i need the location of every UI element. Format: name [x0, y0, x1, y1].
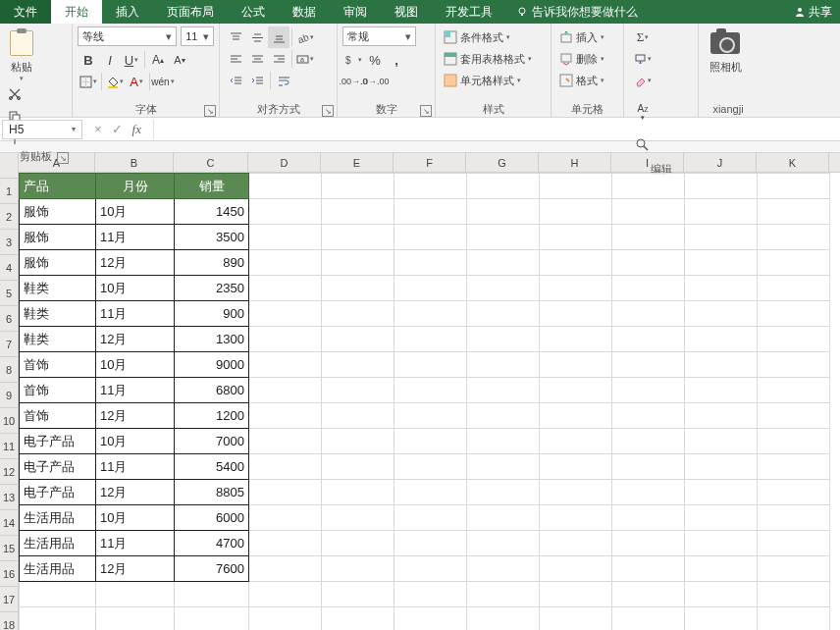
- cell[interactable]: [322, 225, 394, 250]
- cell-sales[interactable]: 6800: [175, 378, 249, 403]
- cell[interactable]: [612, 531, 685, 556]
- cell-product[interactable]: 电子产品: [20, 429, 96, 454]
- row-header-9[interactable]: 9: [0, 383, 18, 408]
- cell-month[interactable]: 10月: [96, 505, 175, 531]
- cell-sales[interactable]: 5400: [175, 454, 249, 480]
- row-header-18[interactable]: 18: [0, 612, 18, 630]
- format-cells-button[interactable]: 格式▾: [556, 70, 618, 91]
- cell[interactable]: [322, 403, 394, 429]
- cell-sales[interactable]: 900: [175, 301, 249, 327]
- cell[interactable]: [685, 403, 758, 429]
- increase-indent-button[interactable]: [246, 70, 268, 91]
- cell[interactable]: [685, 276, 758, 301]
- cell-styles-button[interactable]: 单元格样式▾: [441, 70, 546, 91]
- cell[interactable]: [685, 556, 758, 582]
- cell[interactable]: [249, 403, 322, 429]
- fx-icon[interactable]: fx: [132, 122, 141, 137]
- cell[interactable]: [175, 582, 249, 607]
- row-header-10[interactable]: 10: [0, 408, 18, 434]
- cell[interactable]: [758, 505, 830, 531]
- tell-me-search[interactable]: 告诉我你想要做什么: [516, 4, 638, 21]
- cell[interactable]: [540, 556, 612, 582]
- cell-product[interactable]: 电子产品: [20, 480, 96, 505]
- autosum-button[interactable]: Σ: [629, 26, 656, 48]
- font-dialog-launcher[interactable]: ↘: [204, 105, 216, 117]
- cell-month[interactable]: 11月: [96, 225, 175, 250]
- column-header-F[interactable]: F: [394, 153, 466, 173]
- cell[interactable]: [685, 225, 758, 250]
- conditional-formatting-button[interactable]: 条件格式▾: [441, 26, 546, 48]
- cell[interactable]: [685, 505, 758, 531]
- row-header-12[interactable]: 12: [0, 459, 18, 485]
- cell[interactable]: [540, 174, 612, 199]
- cell[interactable]: [685, 429, 758, 454]
- increase-font-button[interactable]: A▴: [147, 49, 169, 71]
- cell[interactable]: [467, 352, 540, 378]
- cell-month[interactable]: 10月: [96, 352, 175, 378]
- cell-sales[interactable]: 1450: [175, 199, 249, 225]
- cell[interactable]: [612, 199, 685, 225]
- font-color-button[interactable]: A: [126, 71, 147, 92]
- cell[interactable]: [540, 225, 612, 250]
- cell-sales[interactable]: 7000: [175, 429, 249, 454]
- cell-sales[interactable]: 2350: [175, 276, 249, 301]
- cell[interactable]: [394, 454, 467, 480]
- cell[interactable]: [758, 352, 830, 378]
- cell[interactable]: [612, 403, 685, 429]
- cell[interactable]: [758, 378, 830, 403]
- cell[interactable]: [467, 429, 540, 454]
- cell[interactable]: [467, 378, 540, 403]
- cell[interactable]: [394, 531, 467, 556]
- row-header-15[interactable]: 15: [0, 536, 18, 561]
- cell-sales[interactable]: 3500: [175, 225, 249, 250]
- cell-month[interactable]: 11月: [96, 378, 175, 403]
- cell[interactable]: [249, 301, 322, 327]
- cell[interactable]: [612, 607, 685, 631]
- row-header-3[interactable]: 3: [0, 230, 18, 255]
- font-name-combo[interactable]: 等线▾: [78, 26, 177, 46]
- cell[interactable]: [322, 301, 394, 327]
- orientation-button[interactable]: ab: [294, 26, 316, 48]
- cell[interactable]: [249, 505, 322, 531]
- cell[interactable]: [322, 582, 394, 607]
- cell[interactable]: [394, 327, 467, 352]
- accounting-format-button[interactable]: $: [342, 49, 364, 71]
- font-size-combo[interactable]: 11▾: [181, 26, 214, 46]
- column-header-E[interactable]: E: [321, 153, 394, 173]
- format-as-table-button[interactable]: 套用表格格式▾: [441, 48, 546, 70]
- cell[interactable]: [394, 607, 467, 631]
- cell[interactable]: [685, 199, 758, 225]
- cell[interactable]: [249, 454, 322, 480]
- cell-month[interactable]: 10月: [96, 429, 175, 454]
- tab-insert[interactable]: 插入: [102, 0, 153, 24]
- cell[interactable]: [394, 403, 467, 429]
- cell[interactable]: [467, 327, 540, 352]
- cell[interactable]: [540, 352, 612, 378]
- cell[interactable]: [394, 276, 467, 301]
- tab-data[interactable]: 数据: [279, 0, 330, 24]
- cell[interactable]: [467, 199, 540, 225]
- cell[interactable]: [540, 327, 612, 352]
- cell-month[interactable]: 10月: [96, 199, 175, 225]
- fill-button[interactable]: [629, 48, 656, 70]
- cell-product[interactable]: 鞋类: [20, 301, 96, 327]
- cell[interactable]: [758, 582, 830, 607]
- cell[interactable]: [540, 454, 612, 480]
- cell[interactable]: [758, 250, 830, 276]
- cell[interactable]: [249, 607, 322, 631]
- wrap-text-button[interactable]: [273, 70, 294, 91]
- cell[interactable]: [758, 327, 830, 352]
- cell[interactable]: [249, 327, 322, 352]
- cell[interactable]: [540, 531, 612, 556]
- row-header-1[interactable]: 1: [0, 179, 18, 204]
- cell[interactable]: [394, 225, 467, 250]
- cell-sales[interactable]: 9000: [175, 352, 249, 378]
- cell-sales[interactable]: 890: [175, 250, 249, 276]
- row-header-14[interactable]: 14: [0, 510, 18, 536]
- cell[interactable]: [322, 607, 394, 631]
- cell[interactable]: [249, 531, 322, 556]
- cell[interactable]: [685, 352, 758, 378]
- cell[interactable]: [322, 480, 394, 505]
- column-header-D[interactable]: D: [248, 153, 321, 173]
- decrease-decimal-button[interactable]: .0→.00: [364, 71, 386, 92]
